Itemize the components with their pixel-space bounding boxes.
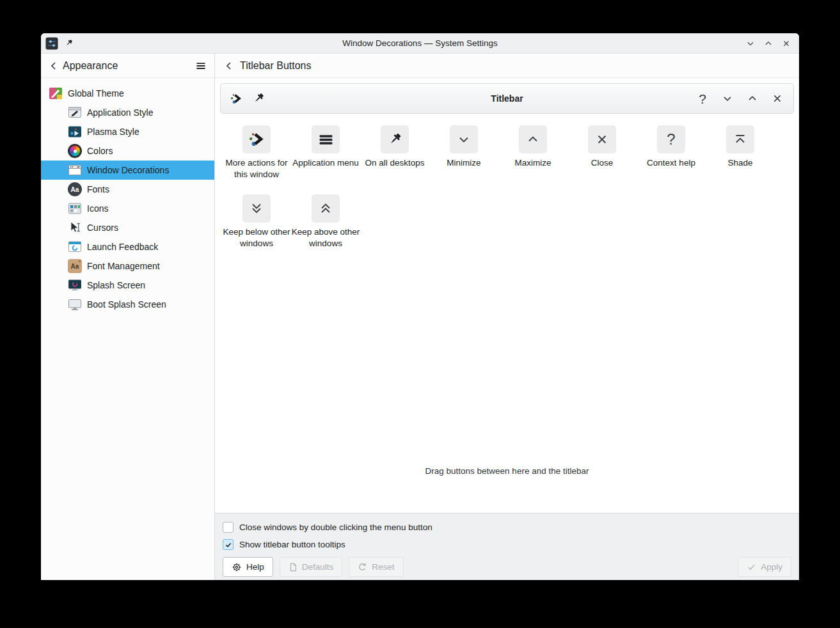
palette-item-label: Shade [727, 157, 752, 169]
sidebar-item-application-style[interactable]: Application Style [41, 103, 214, 122]
palette-item-label: Minimize [447, 157, 480, 169]
sidebar-item-window-decorations[interactable]: Window Decorations [41, 161, 214, 180]
palette-item-label: On all desktops [365, 157, 424, 169]
sidebar: Appearance Global Theme Application St [41, 54, 215, 580]
sidebar-item-cursors[interactable]: Cursors [41, 218, 214, 237]
launch-feedback-icon [68, 240, 82, 254]
document-icon [289, 563, 297, 572]
minimize-icon[interactable] [720, 91, 734, 106]
palette-item-shade[interactable]: Shade [706, 125, 775, 180]
palette-item-label: Application menu [292, 157, 359, 169]
application-style-icon [68, 106, 82, 120]
sidebar-list: Global Theme Application Style Plasma St… [41, 78, 214, 314]
hamburger-icon[interactable] [195, 60, 207, 72]
defaults-button-label: Defaults [302, 562, 334, 572]
boot-splash-icon [68, 297, 82, 311]
apply-button-label: Apply [761, 562, 782, 572]
sidebar-item-label: Colors [87, 146, 113, 156]
sidebar-item-plasma-style[interactable]: Plasma Style [41, 122, 214, 141]
sidebar-header: Appearance [41, 54, 214, 78]
checkbox-unchecked[interactable] [223, 522, 234, 533]
sidebar-item-font-management[interactable]: Aa Font Management [41, 256, 214, 276]
palette-item-label: Keep below other windows [222, 226, 291, 249]
palette-item-maximize[interactable]: Maximize [498, 125, 567, 180]
apply-button[interactable]: Apply [738, 557, 791, 577]
reset-button[interactable]: Reset [349, 557, 403, 577]
sidebar-item-label: Launch Feedback [87, 242, 158, 252]
palette-row-1: More actions for this window Application… [222, 125, 799, 180]
help-button[interactable]: Help [223, 557, 273, 577]
palette-row-2: Keep below other windows Keep above othe… [222, 194, 799, 249]
palette-item-label: Maximize [514, 157, 551, 169]
fonts-icon: Aa [68, 182, 82, 196]
palette-item-more-actions[interactable]: More actions for this window [222, 125, 291, 180]
minimize-icon[interactable] [745, 38, 756, 49]
sidebar-item-colors[interactable]: Colors [41, 141, 214, 161]
chevron-up-icon [519, 125, 547, 153]
palette-item-context-help[interactable]: ? Context help [637, 125, 706, 180]
footer: Close windows by double clicking the men… [215, 513, 799, 580]
maximize-icon[interactable] [763, 38, 773, 49]
sidebar-item-label: Cursors [87, 223, 118, 233]
sidebar-item-launch-feedback[interactable]: Launch Feedback [41, 237, 214, 256]
icons-grid-icon [68, 201, 82, 216]
palette-item-label: Keep above other windows [291, 226, 360, 249]
help-wheel-icon [232, 562, 242, 572]
maximize-icon[interactable] [745, 91, 759, 106]
sidebar-item-label: Application Style [87, 107, 154, 118]
checkbox-label: Close windows by double clicking the men… [239, 522, 432, 532]
sidebar-item-label: Icons [87, 203, 108, 214]
reset-button-label: Reset [372, 562, 394, 572]
more-actions-icon [242, 125, 271, 153]
sidebar-item-label: Global Theme [68, 88, 124, 98]
checkbox-label: Show titlebar button tooltips [239, 540, 345, 549]
chevron-down-icon [450, 125, 478, 153]
sidebar-item-label: Window Decorations [87, 165, 169, 175]
global-theme-icon [49, 86, 63, 100]
sidebar-item-splash-screen[interactable]: Splash Screen [41, 276, 214, 295]
sidebar-item-label: Boot Splash Screen [87, 299, 166, 310]
palette-item-label: Context help [647, 157, 695, 169]
sidebar-item-boot-splash-screen[interactable]: Boot Splash Screen [41, 295, 214, 314]
palette-item-keep-above[interactable]: Keep above other windows [291, 194, 360, 249]
palette-item-on-all-desktops[interactable]: On all desktops [360, 125, 429, 180]
sidebar-item-global-theme[interactable]: Global Theme [41, 84, 214, 103]
checkmark-icon [747, 562, 756, 572]
back-chevron-icon[interactable] [49, 61, 59, 71]
window-titlebar[interactable]: Window Decorations — System Settings [41, 33, 799, 54]
sidebar-item-label: Plasma Style [87, 127, 139, 137]
defaults-button[interactable]: Defaults [280, 557, 343, 577]
window-decorations-icon [68, 163, 82, 177]
splash-screen-icon [68, 278, 82, 292]
checkbox-checked[interactable] [223, 539, 234, 550]
palette-item-minimize[interactable]: Minimize [429, 125, 498, 180]
window-title: Window Decorations — System Settings [41, 38, 799, 48]
footer-buttons: Help Defaults Reset [223, 557, 791, 577]
system-settings-window: Window Decorations — System Settings App… [41, 33, 799, 580]
undo-arrow-icon [358, 562, 367, 572]
close-icon[interactable] [781, 38, 791, 49]
double-chevron-up-icon [312, 194, 340, 223]
sidebar-item-label: Splash Screen [87, 280, 145, 290]
page-title: Titlebar Buttons [240, 60, 311, 72]
close-icon[interactable] [770, 91, 784, 106]
checkbox-close-on-double-click[interactable]: Close windows by double clicking the men… [223, 519, 791, 536]
palette-item-application-menu[interactable]: Application menu [291, 125, 360, 180]
palette-item-close[interactable]: Close [567, 125, 637, 180]
color-wheel-icon [68, 144, 82, 158]
page-header: Titlebar Buttons [215, 54, 799, 78]
palette-item-keep-below[interactable]: Keep below other windows [222, 194, 291, 249]
back-chevron-icon[interactable] [224, 61, 234, 71]
close-icon [588, 125, 616, 153]
preview-right-buttons: ? [695, 91, 784, 106]
shade-icon [726, 125, 754, 153]
titlebar-preview[interactable]: Titlebar ? [220, 83, 794, 114]
button-drop-zone[interactable]: More actions for this window Application… [215, 119, 799, 513]
context-help-icon[interactable]: ? [695, 91, 709, 106]
sidebar-item-label: Fonts [87, 184, 109, 194]
checkbox-show-tooltips[interactable]: Show titlebar button tooltips [223, 536, 791, 553]
sidebar-item-fonts[interactable]: Aa Fonts [41, 180, 214, 199]
palette-item-label: More actions for this window [222, 157, 291, 180]
sidebar-item-icons[interactable]: Icons [41, 199, 214, 218]
question-icon: ? [657, 125, 685, 153]
